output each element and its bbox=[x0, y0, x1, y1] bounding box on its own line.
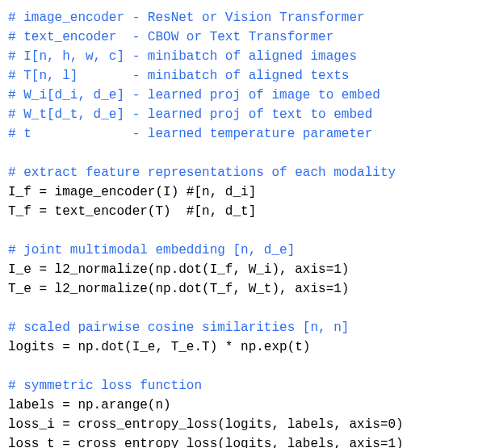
comment-line: # W_t[d_t, d_e] - learned proj of text t… bbox=[8, 107, 372, 122]
code-line: I_f = image_encoder(I) #[n, d_i] bbox=[8, 185, 256, 199]
comment-line: # T[n, l] - minibatch of aligned texts bbox=[8, 69, 349, 83]
code-line: logits = np.dot(I_e, T_e.T) * np.exp(t) bbox=[8, 340, 310, 354]
comment-line: # scaled pairwise cosine similarities [n… bbox=[8, 320, 349, 335]
comment-line: # joint multimodal embedding [n, d_e] bbox=[8, 243, 295, 257]
code-line: I_e = l2_normalize(np.dot(I_f, W_i), axi… bbox=[8, 262, 349, 277]
code-line: T_e = l2_normalize(np.dot(T_f, W_t), axi… bbox=[8, 282, 349, 296]
code-line: T_f = text_encoder(T) #[n, d_t] bbox=[8, 204, 256, 219]
comment-line: # W_i[d_i, d_e] - learned proj of image … bbox=[8, 88, 380, 103]
comment-line: # extract feature representations of eac… bbox=[8, 165, 396, 180]
code-line: labels = np.arange(n) bbox=[8, 398, 171, 412]
code-line: loss_t = cross_entropy_loss(logits, labe… bbox=[8, 437, 404, 448]
comment-line: # image_encoder - ResNet or Vision Trans… bbox=[8, 10, 365, 25]
comment-line: # I[n, h, w, c] - minibatch of aligned i… bbox=[8, 49, 357, 64]
comment-line: # t - learned temperature parameter bbox=[8, 127, 372, 141]
comment-line: # symmetric loss function bbox=[8, 379, 202, 393]
comment-line: # text_encoder - CBOW or Text Transforme… bbox=[8, 30, 333, 44]
code-line: loss_i = cross_entropy_loss(logits, labe… bbox=[8, 417, 404, 432]
code-block: # image_encoder - ResNet or Vision Trans… bbox=[8, 8, 470, 448]
